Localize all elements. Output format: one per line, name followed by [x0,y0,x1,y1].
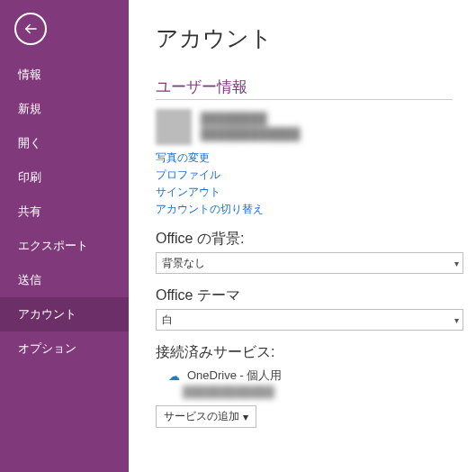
back-button[interactable] [14,13,47,45]
cloud-icon: ☁ [168,369,180,383]
link-sign-out[interactable]: サインアウト [156,185,476,200]
nav-list: 情報 新規 開く 印刷 共有 エクスポート 送信 アカウント オプション [0,58,129,366]
user-display-name: ████████ [201,112,301,127]
page-title: アカウント [156,23,476,53]
link-switch-account[interactable]: アカウントの切り替え [156,202,476,217]
chevron-down-icon: ▾ [454,315,459,325]
office-background-value: 背景なし [162,256,205,271]
nav-item-info[interactable]: 情報 [0,58,129,92]
office-theme-value: 白 [162,313,173,328]
service-name: OneDrive - 個人用 [187,368,282,384]
main-panel: アカウント ユーザー情報 ████████ ████████████ 写真の変更… [129,0,476,472]
avatar [156,109,192,145]
chevron-down-icon: ▾ [243,411,248,423]
office-theme-heading: Office テーマ [156,286,476,305]
user-block: ████████ ████████████ [156,109,476,145]
sidebar: 情報 新規 開く 印刷 共有 エクスポート 送信 アカウント オプション [0,0,129,472]
office-theme-select[interactable]: 白 ▾ [156,309,463,331]
link-profile[interactable]: プロファイル [156,168,476,183]
nav-item-options[interactable]: オプション [0,331,129,366]
nav-item-export[interactable]: エクスポート [0,229,129,263]
nav-item-print[interactable]: 印刷 [0,160,129,195]
add-service-label: サービスの追加 [164,409,239,424]
user-name-text: ████████ ████████████ [201,112,301,142]
chevron-down-icon: ▾ [454,259,459,268]
user-email: ████████████ [201,127,301,142]
office-background-select[interactable]: 背景なし ▾ [156,252,463,274]
nav-item-send[interactable]: 送信 [0,263,129,297]
add-service-button[interactable]: サービスの追加 ▾ [156,405,256,428]
nav-item-account[interactable]: アカウント [0,297,129,331]
office-background-heading: Office の背景: [156,230,476,249]
service-account: ████████████ [183,386,476,398]
connected-services-heading: 接続済みサービス: [156,343,476,362]
app-root: 情報 新規 開く 印刷 共有 エクスポート 送信 アカウント オプション アカウ… [0,0,476,472]
back-arrow-icon [22,21,39,37]
link-change-photo[interactable]: 写真の変更 [156,150,476,166]
nav-item-new[interactable]: 新規 [0,92,129,126]
service-row: ☁ OneDrive - 個人用 [168,368,476,384]
nav-item-share[interactable]: 共有 [0,195,129,229]
user-info-heading: ユーザー情報 [156,77,453,100]
nav-item-open[interactable]: 開く [0,126,129,160]
